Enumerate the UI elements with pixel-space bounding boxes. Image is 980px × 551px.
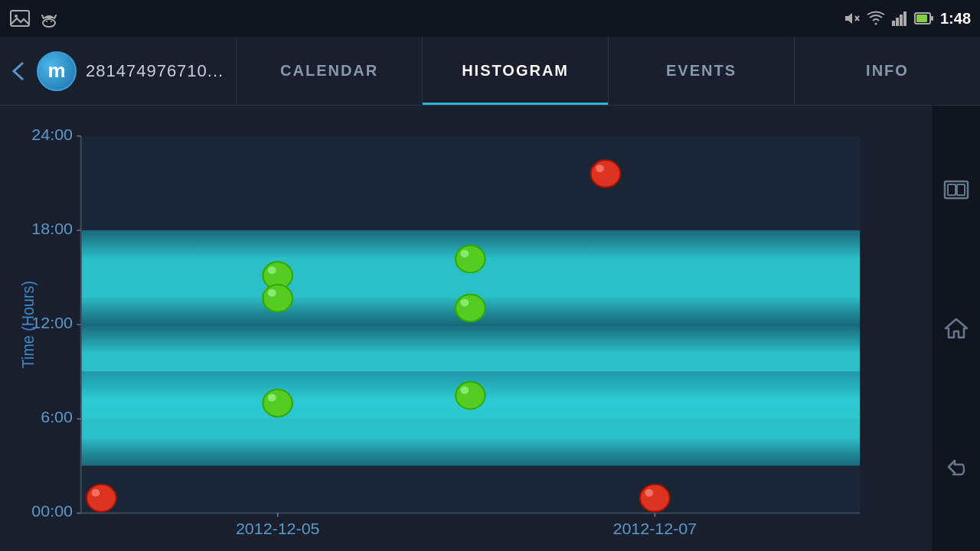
svg-text:24:00: 24:00 (31, 126, 73, 142)
nav-bar: m 281474976710... CALENDAR HISTOGRAM EVE… (0, 37, 980, 106)
nav-tabs: CALENDAR HISTOGRAM EVENTS INFO (236, 37, 980, 105)
mute-icon (844, 10, 861, 27)
svg-text:2012-12-05: 2012-12-05 (236, 520, 320, 537)
svg-point-38 (263, 390, 292, 416)
svg-rect-10 (896, 18, 899, 26)
image-icon (9, 8, 31, 29)
svg-point-37 (461, 299, 469, 307)
svg-point-32 (263, 285, 292, 311)
svg-rect-0 (11, 11, 29, 26)
svg-text:2012-12-07: 2012-12-07 (613, 520, 697, 537)
y-axis-label: Time (Hours) (18, 281, 37, 368)
svg-point-41 (461, 386, 469, 394)
svg-point-46 (591, 160, 621, 187)
svg-rect-9 (892, 21, 895, 26)
back-nav-icon[interactable] (12, 60, 24, 83)
status-bar: 1:48 (0, 0, 980, 37)
nav-title: 281474976710... (86, 61, 224, 81)
right-sidebar (933, 106, 980, 551)
tab-events[interactable]: EVENTS (608, 37, 794, 105)
status-bar-right: 1:48 (844, 10, 971, 28)
status-bar-left (9, 8, 60, 29)
svg-point-45 (645, 489, 653, 497)
svg-point-33 (268, 289, 276, 297)
main-content: 00:00 6:00 12:00 18:00 24:00 Time (Hours… (0, 106, 980, 551)
home-button[interactable] (938, 310, 975, 347)
app-logo: m (37, 51, 77, 91)
svg-point-43 (92, 489, 100, 497)
svg-rect-50 (957, 184, 965, 195)
back-button[interactable] (938, 448, 975, 485)
svg-point-1 (15, 15, 18, 18)
tab-histogram[interactable]: HISTOGRAM (422, 37, 608, 105)
svg-point-36 (456, 295, 485, 321)
svg-point-31 (268, 266, 276, 274)
svg-point-47 (596, 165, 604, 172)
svg-point-6 (51, 21, 52, 22)
svg-rect-12 (903, 11, 906, 26)
svg-text:6:00: 6:00 (41, 409, 73, 425)
wifi-icon (867, 10, 885, 27)
svg-point-35 (461, 250, 469, 258)
svg-point-34 (456, 246, 485, 272)
svg-point-5 (46, 21, 47, 22)
svg-rect-11 (900, 15, 903, 26)
svg-rect-49 (948, 184, 956, 195)
svg-rect-15 (931, 16, 933, 21)
svg-text:00:00: 00:00 (31, 503, 73, 520)
svg-point-40 (456, 382, 485, 409)
android-icon (38, 8, 60, 29)
histogram-chart: 00:00 6:00 12:00 18:00 24:00 Time (Hours… (15, 121, 917, 543)
chart-area: 00:00 6:00 12:00 18:00 24:00 Time (Hours… (0, 106, 933, 551)
svg-text:18:00: 18:00 (31, 220, 73, 237)
nav-logo-area: m 281474976710... (0, 51, 236, 91)
battery-icon (914, 10, 934, 27)
status-time: 1:48 (940, 10, 971, 28)
window-button[interactable] (938, 171, 975, 208)
svg-point-39 (268, 394, 276, 402)
signal-icon (891, 10, 908, 27)
svg-text:12:00: 12:00 (31, 315, 73, 331)
tab-calendar[interactable]: CALENDAR (236, 37, 422, 105)
svg-point-2 (43, 19, 55, 27)
tab-info[interactable]: INFO (794, 37, 980, 105)
chart-container: 00:00 6:00 12:00 18:00 24:00 Time (Hours… (15, 121, 917, 543)
svg-rect-14 (916, 15, 927, 22)
svg-point-44 (640, 484, 670, 511)
svg-point-42 (87, 484, 116, 511)
